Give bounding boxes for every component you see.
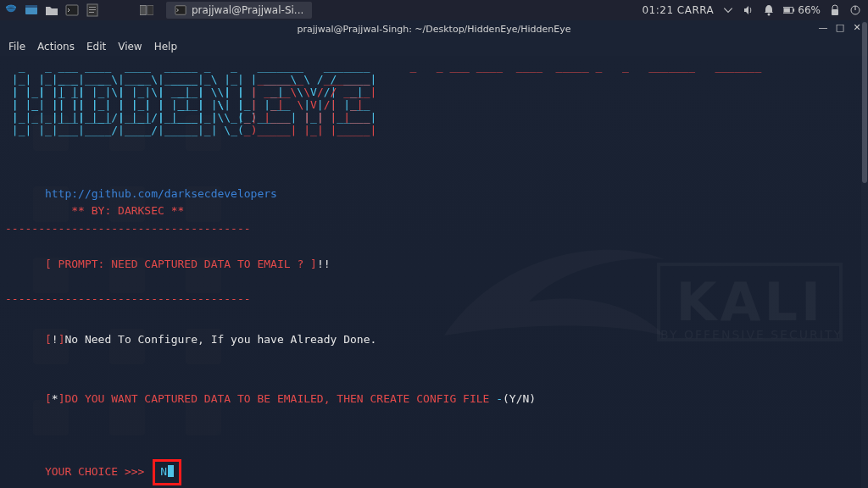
terminal-window: prajjwal@Prajjwal-Singh: ~/Desktop/Hidde… — [0, 20, 868, 488]
svg-rect-2 — [66, 5, 78, 15]
battery-icon — [783, 4, 795, 16]
svg-rect-1 — [25, 5, 37, 8]
app-menu-icon[interactable] — [3, 3, 19, 17]
window-minimize[interactable]: — — [817, 22, 829, 33]
files-icon[interactable] — [44, 3, 59, 17]
menu-edit[interactable]: Edit — [86, 41, 106, 53]
question-text: DO YOU WANT CAPTURED DATA TO BE EMAILED,… — [64, 392, 496, 405]
menu-view[interactable]: View — [118, 41, 142, 53]
taskbar-terminal-label: prajjwal@Prajjwal-Si... — [192, 4, 303, 16]
dashes-bot: ------------------------------------- — [5, 292, 251, 305]
info-text: No Need To Configure, If you have Alread… — [64, 333, 376, 346]
volume-icon[interactable] — [743, 4, 754, 16]
svg-rect-6 — [89, 12, 94, 13]
battery-indicator[interactable]: 66% — [783, 4, 821, 16]
banner-by: ** BY: DARKSEC ** — [5, 204, 184, 217]
panel-left: prajjwal@Prajjwal-Si... — [0, 2, 312, 19]
window-titlebar[interactable]: prajjwal@Prajjwal-Singh: ~/Desktop/Hidde… — [0, 20, 868, 37]
svg-rect-4 — [89, 7, 96, 8]
banner-url: http://github.com/darksecdevelopers — [5, 187, 277, 200]
window-maximize[interactable]: □ — [834, 22, 846, 33]
notifications-icon[interactable] — [763, 4, 775, 16]
question-yn: (Y/N) — [503, 392, 536, 405]
dashes-top: ------------------------------------- — [5, 222, 251, 235]
taskbar-terminal[interactable]: prajjwal@Prajjwal-Si... — [166, 2, 312, 19]
top-panel: prajjwal@Prajjwal-Si... 01:21 CARRA 66% — [0, 0, 868, 20]
show-desktop-icon[interactable] — [24, 3, 39, 17]
svg-rect-16 — [854, 6, 855, 10]
choice-highlight: N — [153, 459, 181, 485]
window-controls: — □ ✕ — [817, 22, 863, 33]
lock-icon[interactable] — [829, 4, 841, 16]
svg-rect-12 — [793, 8, 795, 12]
cursor-icon — [168, 465, 174, 477]
menu-file[interactable]: File — [8, 41, 25, 53]
choice-label: YOUR CHOICE >>> — [45, 465, 151, 478]
svg-rect-9 — [175, 6, 186, 15]
battery-text: 66% — [798, 4, 821, 16]
svg-rect-14 — [832, 9, 838, 15]
panel-right: 01:21 CARRA 66% — [642, 4, 868, 16]
workspace-switcher-icon[interactable] — [139, 3, 154, 17]
menubar: File Actions Edit View Help — [0, 37, 868, 56]
prompt-header: [ PROMPT: NEED CAPTURED DATA TO EMAIL ? … — [45, 258, 317, 270]
menu-help[interactable]: Help — [154, 41, 177, 53]
vertical-scrollbar[interactable] — [861, 20, 868, 488]
svg-rect-8 — [147, 5, 153, 14]
svg-point-10 — [768, 14, 771, 16]
power-icon[interactable] — [849, 4, 861, 16]
terminal-icon[interactable] — [64, 3, 80, 17]
window-title: prajjwal@Prajjwal-Singh: ~/Desktop/Hidde… — [297, 24, 570, 35]
svg-rect-13 — [784, 8, 790, 12]
clock[interactable]: 01:21 CARRA — [642, 4, 714, 16]
scrollbar-thumb[interactable] — [862, 22, 867, 183]
text-editor-icon[interactable] — [85, 3, 100, 17]
dropdown-icon[interactable] — [722, 4, 734, 16]
prompt-header-excl: !! — [317, 258, 331, 270]
svg-rect-5 — [89, 9, 96, 10]
terminal-body[interactable]: KALI BY OFFENSIVE SECURITY _ _ ___ ____ … — [0, 56, 868, 488]
ascii-banner: _ _ ___ ____ ____ _____ _ _ _______ ____… — [5, 61, 863, 125]
menu-actions[interactable]: Actions — [37, 41, 75, 53]
choice-value[interactable]: N — [160, 465, 167, 478]
svg-rect-7 — [140, 5, 146, 14]
